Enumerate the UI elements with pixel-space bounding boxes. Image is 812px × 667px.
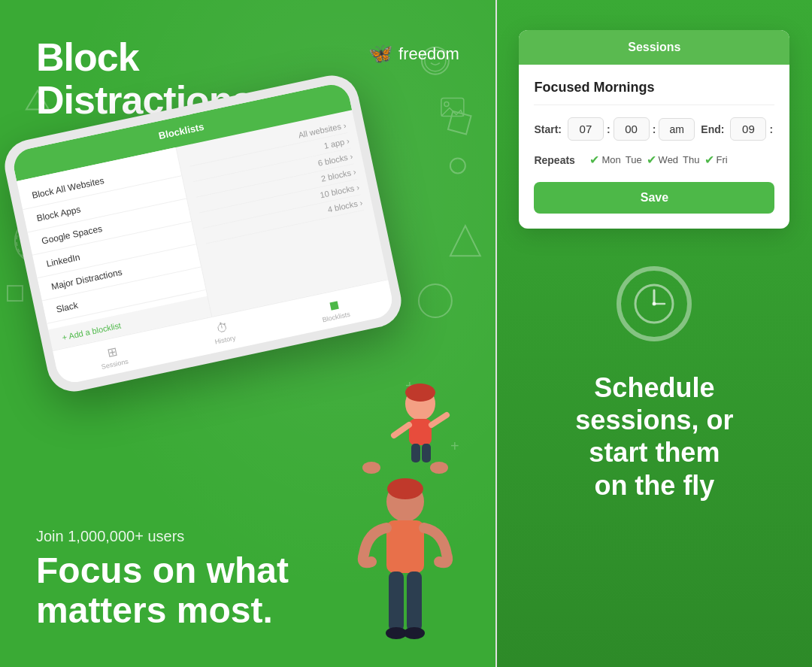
mon-label: Mon (601, 154, 620, 165)
svg-point-31 (386, 627, 407, 639)
svg-point-3 (450, 158, 465, 173)
time-row: Start: : : End: : (534, 117, 774, 141)
sessions-card: Sessions Focused Mornings Start: : : End… (519, 30, 789, 229)
focus-title: Focus on what matters most. (36, 551, 289, 631)
character-illustration (323, 381, 473, 667)
day-fri[interactable]: ✔ Fri (704, 153, 728, 167)
svg-rect-22 (411, 444, 420, 462)
svg-rect-19 (409, 419, 432, 445)
day-mon[interactable]: ✔ Mon (589, 153, 620, 167)
svg-point-27 (362, 462, 380, 474)
tue-label: Tue (626, 154, 642, 165)
svg-rect-6 (8, 286, 23, 301)
svg-line-20 (394, 425, 409, 435)
svg-marker-5 (450, 226, 480, 256)
svg-rect-23 (422, 444, 431, 462)
start-label: Start: (534, 123, 562, 135)
phone-screen: Blocklists Block All Websites Block Apps… (11, 81, 395, 386)
wed-label: Wed (659, 154, 679, 165)
day-wed[interactable]: ✔ Wed (647, 153, 679, 167)
svg-point-25 (387, 478, 423, 499)
start-minute-input[interactable] (614, 117, 650, 141)
phone-right-col: All websites › 1 app › 6 blocks › 2 bloc… (176, 110, 388, 317)
repeats-label: Repeats (534, 154, 579, 166)
thu-label: Thu (683, 154, 699, 165)
fri-label: Fri (717, 154, 728, 165)
time-sep-3: : (769, 123, 773, 135)
svg-point-28 (430, 462, 448, 474)
svg-rect-30 (407, 571, 422, 632)
svg-line-21 (432, 415, 447, 425)
time-sep-2: : (653, 123, 656, 135)
svg-point-7 (419, 284, 452, 317)
day-tue[interactable]: Tue (626, 154, 642, 165)
svg-point-32 (404, 627, 425, 639)
clock-icon (617, 266, 692, 341)
footer-blocklists[interactable]: ◼ Blocklists (318, 295, 350, 323)
svg-point-36 (653, 302, 656, 306)
footer-history[interactable]: ⏱ History (211, 320, 237, 347)
clock-area: Schedule sessions, or start them on the … (553, 266, 756, 502)
fri-check-icon: ✔ (704, 153, 714, 167)
schedule-text: Schedule sessions, or start them on the … (553, 371, 756, 502)
end-hour-input[interactable] (730, 117, 766, 141)
left-panel: + × + Block Distractions. 🦋 freedom Bloc… (0, 0, 495, 667)
save-button[interactable]: Save (534, 182, 774, 214)
footer-sessions[interactable]: ⊞ Sessions (98, 342, 129, 371)
day-thu[interactable]: Thu (683, 154, 699, 165)
bottom-text: Join 1,000,000+ users Focus on what matt… (36, 528, 289, 631)
repeats-row: Repeats ✔ Mon Tue ✔ Wed Thu ✔ Fri (534, 153, 774, 167)
sessions-card-body: Focused Mornings Start: : : End: : Repea… (519, 65, 789, 229)
start-ampm-input[interactable] (659, 118, 695, 141)
time-sep-1: : (607, 123, 611, 135)
start-hour-input[interactable] (568, 117, 604, 141)
freedom-logo: 🦋 freedom (368, 42, 459, 65)
svg-rect-29 (389, 571, 404, 632)
join-text: Join 1,000,000+ users (36, 528, 289, 545)
wed-check-icon: ✔ (647, 153, 656, 167)
mon-check-icon: ✔ (589, 153, 599, 167)
sessions-card-header: Sessions (519, 30, 789, 65)
svg-point-18 (405, 384, 435, 402)
right-panel: Sessions Focused Mornings Start: : : End… (497, 0, 812, 667)
end-label: End: (701, 123, 724, 135)
session-name[interactable]: Focused Mornings (534, 80, 774, 105)
butterfly-icon: 🦋 (368, 42, 392, 65)
svg-rect-26 (386, 520, 424, 573)
